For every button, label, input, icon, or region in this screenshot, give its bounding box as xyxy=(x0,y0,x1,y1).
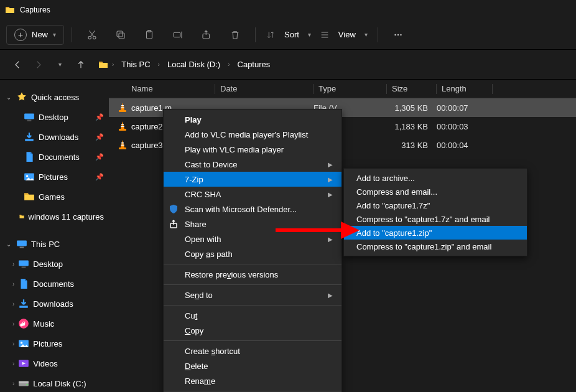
view-button[interactable]: View ▾ xyxy=(317,22,370,47)
folder-icon xyxy=(98,60,108,70)
chevron-down-icon: ▾ xyxy=(365,31,368,38)
sidebar-item[interactable]: Games xyxy=(2,187,106,207)
sidebar-item[interactable]: ›Documents xyxy=(2,274,106,294)
svg-point-0 xyxy=(88,36,91,39)
drive-icon xyxy=(18,378,29,389)
sidebar-item-label: Games xyxy=(39,192,65,202)
context-menu-item[interactable]: Send to▶ xyxy=(164,287,341,302)
up-button[interactable] xyxy=(72,56,90,73)
svg-rect-33 xyxy=(119,129,126,131)
pin-icon: 📌 xyxy=(95,133,104,141)
sidebar-item-label: Pictures xyxy=(33,339,62,348)
back-button[interactable] xyxy=(9,56,26,73)
sidebar-item[interactable]: windows 11 captures xyxy=(2,207,106,226)
sidebar-quick-access[interactable]: ⌄ Quick access xyxy=(2,87,106,107)
svg-rect-28 xyxy=(121,105,124,106)
caret-right-icon: › xyxy=(12,360,14,367)
submenu-label: Add to "capture1.7z" xyxy=(356,201,430,210)
submenu-label: Compress to "capture1.zip" and email xyxy=(356,242,491,251)
sidebar-item[interactable]: ›Downloads xyxy=(2,294,106,314)
rename-button[interactable] xyxy=(165,22,190,47)
paste-button[interactable] xyxy=(137,22,162,47)
separator xyxy=(255,27,256,42)
context-menu-item[interactable]: Add to VLC media player's Playlist xyxy=(164,127,341,142)
new-button[interactable]: + New ▾ xyxy=(6,25,64,45)
context-menu-label: Cut xyxy=(185,311,197,320)
context-menu-label: Copy xyxy=(185,326,203,335)
column-type[interactable]: Type xyxy=(314,84,387,93)
context-menu-item[interactable]: Share xyxy=(164,217,341,231)
separator xyxy=(164,264,341,264)
context-menu-item[interactable]: Open with▶ xyxy=(164,231,341,246)
context-menu-item[interactable]: Play xyxy=(164,112,341,127)
more-button[interactable] xyxy=(386,22,411,47)
toolbar: + New ▾ Sort ▾ View ▾ xyxy=(0,20,576,50)
plus-icon: + xyxy=(14,29,27,41)
submenu-item[interactable]: Add to "capture1.zip" xyxy=(344,226,527,240)
submenu-item[interactable]: Add to "capture1.7z" xyxy=(344,198,527,212)
caret-down-icon: ⌄ xyxy=(5,94,12,101)
sidebar-item-label: Music xyxy=(33,319,54,329)
context-menu-item[interactable]: Copy xyxy=(164,323,341,338)
vlc-icon xyxy=(116,101,129,114)
share-button[interactable] xyxy=(194,22,219,47)
documents-icon xyxy=(24,151,35,162)
context-menu-item[interactable]: CRC SHA▶ xyxy=(164,187,341,202)
submenu-item[interactable]: Compress to "capture1.7z" and email xyxy=(344,212,527,226)
sort-button[interactable]: Sort ▾ xyxy=(263,22,314,47)
seven-zip-submenu: Add to archive...Compress and email...Ad… xyxy=(343,168,527,256)
forward-button[interactable] xyxy=(30,56,47,73)
sidebar-item[interactable]: ›Desktop xyxy=(2,254,106,274)
context-menu-item[interactable]: Create shortcut xyxy=(164,343,341,358)
context-menu-label: Create shortcut xyxy=(185,347,240,356)
caret-right-icon: › xyxy=(12,320,14,327)
submenu-item[interactable]: Add to archive... xyxy=(344,171,527,185)
recent-button[interactable]: ▾ xyxy=(51,56,68,73)
context-menu-item[interactable]: 7-Zip▶ xyxy=(164,172,341,187)
context-menu-label: Copy as path xyxy=(185,250,233,259)
context-menu-item[interactable]: Delete xyxy=(164,358,341,373)
column-name[interactable]: Name xyxy=(131,84,215,93)
address-bar[interactable]: › This PC › Local Disk (D:) › Captures xyxy=(93,55,567,75)
sidebar-item[interactable]: Downloads📌 xyxy=(2,127,106,147)
breadcrumb[interactable]: Captures xyxy=(234,58,274,70)
context-menu-item[interactable]: Restore previous versions xyxy=(164,267,341,282)
svg-point-1 xyxy=(93,36,96,39)
copy-button[interactable] xyxy=(108,22,133,47)
sidebar-item[interactable]: Pictures📌 xyxy=(2,167,106,187)
sidebar-item[interactable]: ›Pictures xyxy=(2,334,106,353)
sidebar-item[interactable]: ›Local Disk (C:) xyxy=(2,373,106,392)
column-headers[interactable]: Name Date Type Size Length xyxy=(109,80,576,98)
submenu-item[interactable]: Compress to "capture1.zip" and email xyxy=(344,240,527,253)
sidebar-item[interactable]: ›Music xyxy=(2,314,106,334)
submenu-label: Add to archive... xyxy=(356,174,415,183)
svg-rect-18 xyxy=(19,260,29,266)
pictures-icon xyxy=(18,338,29,349)
delete-button[interactable] xyxy=(223,22,248,47)
sidebar-this-pc[interactable]: ⌄ This PC xyxy=(2,234,106,254)
context-menu-item[interactable]: Scan with Microsoft Defender... xyxy=(164,202,341,217)
chevron-down-icon: ▾ xyxy=(53,31,56,38)
file-length: 00:00:03 xyxy=(437,122,493,131)
context-menu-item[interactable]: Cut xyxy=(164,308,341,323)
column-size[interactable]: Size xyxy=(387,84,437,93)
context-menu-item[interactable]: Rename xyxy=(164,373,341,388)
breadcrumb[interactable]: Local Disk (D:) xyxy=(164,58,224,70)
context-menu-item[interactable]: Cast to Device▶ xyxy=(164,157,341,172)
folder-icon xyxy=(19,211,24,222)
sidebar-item[interactable]: Desktop📌 xyxy=(2,107,106,127)
desktop-icon xyxy=(24,111,35,123)
context-menu-item[interactable]: Copy as path xyxy=(164,246,341,261)
column-date[interactable]: Date xyxy=(215,84,314,93)
context-menu-item[interactable]: Play with VLC media player xyxy=(164,142,341,157)
sidebar-item[interactable]: Documents📌 xyxy=(2,147,106,167)
column-length[interactable]: Length xyxy=(437,84,493,93)
svg-point-9 xyxy=(397,34,399,35)
breadcrumb[interactable]: This PC xyxy=(118,58,154,70)
context-menu-label: Scan with Microsoft Defender... xyxy=(185,205,297,214)
submenu-item[interactable]: Compress and email... xyxy=(344,185,527,198)
sidebar-item[interactable]: ›Videos xyxy=(2,353,106,373)
svg-point-10 xyxy=(400,34,401,35)
cut-button[interactable] xyxy=(80,22,105,47)
svg-rect-34 xyxy=(121,142,124,144)
